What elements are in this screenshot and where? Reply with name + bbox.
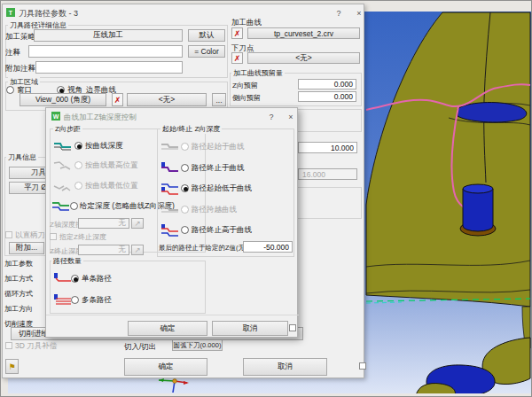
by-curve-top-label: 按曲线最高位置 — [85, 160, 138, 171]
cylinder-body — [463, 189, 493, 231]
cancel-button[interactable]: 取消 — [243, 358, 327, 376]
cylinder-top — [463, 184, 493, 193]
by-curve-bottom-radio — [74, 182, 82, 190]
attach-button[interactable]: 附加... — [9, 242, 44, 254]
z-allowance-field[interactable]: 0.000 — [298, 79, 356, 90]
straight-shank-label: 以直柄刀进行 — [15, 230, 46, 241]
single-path-radio[interactable] — [71, 275, 79, 283]
boundary-none-button[interactable]: <无> — [127, 93, 207, 106]
by-curve-depth-radio[interactable] — [74, 142, 82, 150]
final-z-field[interactable]: -50.000 — [243, 241, 293, 253]
dialog-title: 刀具路径参数 - 3 — [19, 8, 78, 19]
side-allowance-label: 侧向预留 — [232, 93, 261, 103]
dialog-corner-checkbox[interactable] — [289, 324, 296, 331]
section-machining-mode[interactable]: 加工方式 — [4, 274, 33, 284]
path-start-below-curve-radio[interactable] — [181, 184, 189, 192]
path-start-on-curve-label: 路径起始于曲线 — [192, 142, 245, 152]
given-depth-icon — [51, 199, 71, 211]
multi-path-radio[interactable] — [71, 296, 79, 304]
path-start-on-curve-radio — [181, 143, 189, 151]
specify-z-stop-checkbox — [50, 233, 57, 240]
path-cross-curve-radio — [181, 206, 189, 214]
strategy-label: 加工策略 — [5, 32, 35, 43]
path-end-above-curve-icon — [160, 223, 180, 237]
diameter-field: 16.000 — [298, 168, 357, 180]
ok-button[interactable]: 确定 — [124, 358, 207, 376]
path-end-above-curve-label[interactable]: 路径终止高于曲线 — [192, 225, 252, 236]
arc-plunge-button[interactable]: 圆弧下刀(0.000) — [172, 339, 223, 351]
help-button[interactable]: ? — [332, 8, 346, 19]
single-path-label[interactable]: 单条路径 — [82, 274, 112, 284]
side-allowance-field[interactable]: 0.000 — [298, 91, 356, 102]
z-stop-depth-field: 无 — [78, 245, 129, 255]
curve-top-icon — [53, 160, 73, 171]
boundary-more-button[interactable]: ... — [212, 93, 226, 106]
dialog-title: 曲线加工Z轴深度控制 — [64, 113, 137, 123]
view-select-button[interactable]: View_000 (角度) — [20, 93, 106, 106]
start-stop-group-label: 起始/终止 Z向深度 — [160, 124, 222, 134]
default-button[interactable]: 默认 — [188, 29, 225, 42]
path-end-on-curve-label[interactable]: 路径终止于曲线 — [192, 163, 245, 174]
z-allowance-label: Z向预留 — [232, 81, 258, 90]
pocket-region — [458, 103, 527, 122]
path-end-on-curve-radio[interactable] — [181, 164, 189, 172]
help-button[interactable]: ? — [264, 112, 278, 123]
clear-curve-button[interactable]: ✗ — [231, 27, 243, 39]
comment-input[interactable] — [28, 45, 183, 58]
path-count-group-box — [50, 261, 206, 314]
given-depth-radio[interactable] — [70, 202, 78, 210]
ok-button[interactable]: 确定 — [128, 321, 207, 336]
path-cross-curve-icon — [160, 203, 180, 214]
straight-shank-checkbox[interactable] — [5, 231, 12, 238]
cancel-button[interactable]: 取消 — [212, 321, 288, 336]
curveset-button[interactable]: tp_curveset_2.crv — [247, 27, 360, 39]
section-loop-mode[interactable]: 循环方式 — [4, 289, 33, 299]
button-separator — [46, 315, 299, 315]
downpoint-none-button[interactable]: <无> — [247, 52, 360, 64]
path-cross-curve-label: 路径跨越曲线 — [192, 205, 237, 215]
path-end-above-curve-radio[interactable] — [181, 226, 189, 234]
z-depth-control-field: 无 — [78, 218, 129, 229]
3d-compensation-checkbox[interactable] — [5, 342, 12, 349]
dialog-app-icon: T — [6, 8, 15, 17]
z-depth-pick-button: ↗ — [131, 218, 144, 229]
curve-depth-icon — [53, 140, 73, 152]
specify-z-stop-label: 指定Z终止深度 — [59, 232, 106, 242]
depth-field[interactable]: 10.000 — [298, 142, 357, 153]
curve-bottom-icon — [53, 180, 73, 191]
path-count-group-label: 路径数量 — [51, 256, 83, 266]
tool-group-label: 刀具信息 — [6, 152, 38, 162]
by-curve-depth-label[interactable]: 按曲线深度 — [85, 141, 123, 152]
path-start-on-curve-icon — [160, 140, 180, 152]
close-button[interactable]: × — [352, 8, 366, 19]
path-end-on-curve-icon — [160, 161, 180, 173]
close-button[interactable]: × — [284, 112, 298, 123]
extra-comment-label: 附加注释 — [5, 64, 35, 74]
z-stop-pick-button: ↗ — [131, 245, 144, 255]
z-step-group-label: Z向步距 — [53, 124, 82, 134]
clear-boundary-button[interactable]: ✗ — [112, 93, 123, 106]
3d-compensation-label: 3D 刀具补偿 — [15, 341, 57, 352]
multi-path-icon — [53, 293, 73, 305]
allowance-group-label: 加工曲线预留量 — [231, 68, 285, 78]
multi-path-label[interactable]: 多条路径 — [82, 295, 112, 306]
dialog-app-icon: W — [51, 112, 60, 121]
section-machining-params[interactable]: 加工参数 — [4, 259, 33, 269]
color-button[interactable]: = Color — [188, 45, 225, 58]
by-curve-bottom-label: 按曲线最低位置 — [85, 181, 138, 191]
comment-label: 注释 — [5, 48, 20, 58]
path-start-below-curve-label[interactable]: 路径起始低于曲线 — [192, 183, 252, 194]
application-window: T 刀具路径参数 - 3 ? × 刀具路径详细信息 加工策略 压线加工 默认 注… — [0, 0, 532, 397]
single-path-icon — [53, 272, 73, 284]
z-depth-control-dialog: W 曲线加工Z轴深度控制 ? × Z向步距 按曲线深度 按曲线最高位置 按曲线最… — [45, 107, 298, 338]
cut-inout-label: 切入/切出 — [124, 342, 156, 353]
path-start-below-curve-icon — [160, 182, 180, 195]
section-machining-direction[interactable]: 加工方向 — [4, 304, 33, 314]
strategy-field: 压线加工 — [34, 29, 183, 42]
dialog-corner-checkbox[interactable] — [359, 362, 366, 370]
by-curve-top-radio — [74, 161, 82, 169]
window-radio[interactable] — [6, 86, 14, 94]
pick-point-button[interactable]: ⚑ — [5, 359, 19, 374]
clear-downpoint-button[interactable]: ✗ — [231, 52, 243, 64]
extra-comment-input[interactable] — [35, 61, 183, 74]
